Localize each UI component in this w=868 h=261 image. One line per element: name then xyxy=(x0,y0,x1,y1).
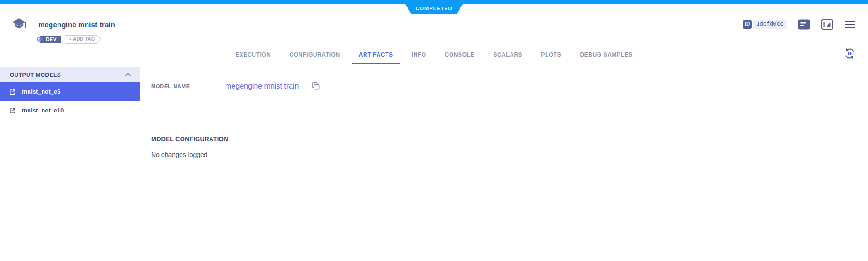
tab-info[interactable]: INFO xyxy=(405,46,433,64)
collapse-chevron-icon[interactable] xyxy=(124,73,131,77)
tag-dev-label: DEV xyxy=(46,37,57,42)
output-models-sidebar: OUTPUT MODELS mnist_net_e5 mnist_net_e10 xyxy=(0,67,140,261)
tab-plots[interactable]: PLOTS xyxy=(534,46,568,64)
model-item-label: mnist_net_e10 xyxy=(22,107,64,114)
model-configuration-empty-message: No changes logged xyxy=(151,151,208,158)
description-icon[interactable] xyxy=(798,19,810,30)
id-badge: ID xyxy=(743,20,752,29)
tab-configuration[interactable]: CONFIGURATION xyxy=(283,46,347,64)
tab-execution[interactable]: EXECUTION xyxy=(229,46,277,64)
model-name-link[interactable]: megengine mnist train xyxy=(225,82,299,90)
sidebar-section-title: OUTPUT MODELS xyxy=(10,72,61,78)
model-item-mnist-net-e10[interactable]: mnist_net_e10 xyxy=(0,101,140,120)
tag-dev[interactable]: ⚙ DEV xyxy=(40,36,61,43)
id-value: 1defd0cc xyxy=(753,20,787,29)
model-item-label: mnist_net_e5 xyxy=(22,89,60,95)
tags-row: ⚙ DEV + ADD TAG xyxy=(40,35,97,44)
tab-debug-samples[interactable]: DEBUG SAMPLES xyxy=(573,46,639,64)
copy-icon[interactable] xyxy=(311,81,321,91)
id-chip[interactable]: ID 1defd0cc xyxy=(743,20,787,29)
gear-icon: ⚙ xyxy=(36,36,43,43)
add-tag-label: + ADD TAG xyxy=(69,37,95,42)
header-controls: ID 1defd0cc xyxy=(743,19,855,30)
section-divider xyxy=(151,98,862,98)
menu-icon[interactable] xyxy=(845,21,855,28)
details-panel-icon[interactable] xyxy=(821,19,833,30)
experiment-icon xyxy=(12,18,27,34)
sidebar-section-header[interactable]: OUTPUT MODELS xyxy=(0,67,140,82)
add-tag-button[interactable]: + ADD TAG xyxy=(65,35,97,44)
artifact-detail-panel: MODEL NAME megengine mnist train MODEL C… xyxy=(141,67,868,261)
status-badge: COMPLETED xyxy=(403,0,466,14)
tab-console[interactable]: CONSOLE xyxy=(438,46,481,64)
model-name-row: MODEL NAME megengine mnist train xyxy=(151,81,861,91)
tab-scalars[interactable]: SCALARS xyxy=(487,46,529,64)
external-link-icon xyxy=(9,89,16,96)
tab-artifacts[interactable]: ARTIFACTS xyxy=(352,46,400,64)
page-title: megengine mnist train xyxy=(38,21,115,29)
model-name-label: MODEL NAME xyxy=(151,83,225,89)
tab-bar: EXECUTION CONFIGURATION ARTIFACTS INFO C… xyxy=(0,46,868,64)
status-badge-label: COMPLETED xyxy=(416,3,452,11)
model-item-mnist-net-e5[interactable]: mnist_net_e5 xyxy=(0,82,140,101)
model-configuration-title: MODEL CONFIGURATION xyxy=(151,135,228,142)
external-link-icon xyxy=(9,107,16,114)
auto-refresh-icon[interactable] xyxy=(843,47,857,61)
